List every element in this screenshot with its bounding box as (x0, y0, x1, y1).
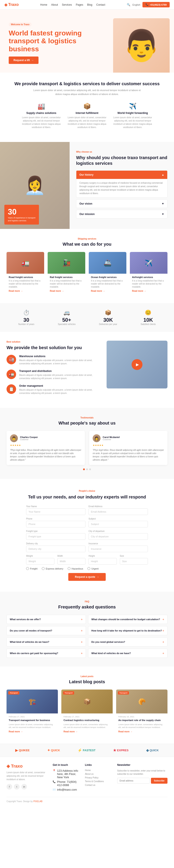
air-freight-read-more[interactable]: Read more → (132, 290, 165, 292)
blog-read-more-1[interactable]: Read more → (63, 731, 111, 733)
rail-freight-title: Rail freight services (50, 276, 83, 278)
nav-home[interactable]: Home (40, 3, 47, 6)
footer-bottom: Copyright Traxo. Design by PIXELAB (6, 797, 168, 803)
footer-email: ✉️ info@traxo.com (53, 788, 81, 791)
accordion-history-header[interactable]: Our history ▲ (76, 170, 167, 179)
email-input[interactable] (89, 508, 148, 515)
height-input[interactable] (89, 558, 117, 564)
radio-urgent[interactable]: Urgent (87, 567, 98, 570)
dot-1[interactable] (86, 468, 88, 470)
road-freight-image: 🚛 (6, 252, 44, 274)
blog-cat-2: Transport (118, 691, 129, 694)
phone-label: Phone (26, 518, 85, 520)
weight-input[interactable] (26, 558, 54, 564)
warehouse-icon: 🏭 (6, 355, 16, 364)
blog-read-more-2[interactable]: Read more → (118, 731, 165, 733)
play-button[interactable] (132, 359, 142, 370)
footer-link-home[interactable]: Home (85, 769, 113, 772)
subject-input[interactable] (89, 521, 148, 527)
your-name-input[interactable] (26, 508, 85, 515)
footer-copyright: Copyright Traxo. Design by PIXELAB (6, 800, 42, 803)
form-row-3: Freight type City of departure (26, 530, 148, 540)
blog-card-2: Transport 🥐 February 16, 2021 An importa… (116, 689, 168, 735)
services-intro-section: We provide transport & logistics service… (0, 72, 174, 142)
navbar-logo[interactable]: ◈ Traxo (4, 2, 19, 7)
blog-date-1: February 17, 2021 (63, 716, 111, 718)
accordion-vision-header[interactable]: Our vision ▼ (76, 199, 167, 208)
hero-title: World fastest growing transport & logist… (9, 29, 82, 53)
faq-item-6[interactable]: When do carriers get paid for sponsoring… (6, 649, 86, 658)
blog-read-more-0[interactable]: Read more → (9, 731, 56, 733)
faq-expand-icon-1: + (163, 618, 164, 621)
testimonials-grid: 👨 Charles Cooper Customer ★★★★★ "Phys le… (6, 431, 168, 465)
faq-item-3[interactable]: How long will it take for my shipment to… (88, 626, 168, 635)
dot-0[interactable] (83, 468, 85, 470)
blog-post-title-0: Transport management for business (9, 719, 56, 722)
twitter-icon[interactable]: t (14, 784, 20, 789)
subject-group: Subject (89, 518, 148, 527)
blog-post-title-1: Contract logistics restructuring (63, 719, 111, 722)
footer-design-by[interactable]: PIXELAB (33, 800, 42, 803)
newsletter-subscribe-button[interactable]: Subscribe (151, 778, 168, 784)
footer-contact-heading: Get in touch (53, 764, 81, 767)
size-input[interactable] (120, 558, 148, 564)
footer-links-list: Home About us Privacy Policy Terms & Con… (85, 769, 113, 786)
footer-link-contact[interactable]: Contact us (85, 784, 113, 786)
city-departure-input[interactable] (89, 533, 148, 540)
submit-button[interactable]: Request a quote → (68, 573, 106, 581)
nav-pages[interactable]: Pages (76, 3, 83, 6)
order-icon: 📋 (6, 384, 16, 394)
brand-quikee: ▶ QUIKEE (15, 748, 30, 752)
newsletter-input[interactable] (117, 778, 150, 784)
instagram-icon[interactable]: in (21, 784, 27, 789)
faq-item-4[interactable]: What kind of vehicles do we have? + (6, 638, 86, 647)
faq-item-0[interactable]: What services do we offer? + (6, 615, 86, 624)
radio-hazardous[interactable]: Hazardous (68, 567, 83, 570)
nav-services[interactable]: Services (62, 3, 72, 6)
facebook-icon[interactable]: f (6, 784, 12, 789)
dot-2[interactable] (89, 468, 91, 470)
faq-item-1[interactable]: What changes should be considered for bu… (88, 615, 168, 624)
accordion-history[interactable]: Our history ▲ Company surgery is a uniqu… (76, 170, 168, 197)
warehouse-title: Warehouse solutions (19, 355, 100, 358)
footer-link-terms[interactable]: Terms & Conditions (85, 780, 113, 782)
hero-cta-button[interactable]: Request a lift → (9, 57, 38, 64)
blog-post-text-0: Lorem ipsum dolor sit amet, consectetur … (9, 723, 56, 729)
search-icon[interactable]: 🔍 (127, 3, 130, 6)
accordion-mission[interactable]: Our mission ▼ (76, 210, 168, 218)
ocean-freight-read-more[interactable]: Read more → (91, 290, 124, 292)
delivery-city-input[interactable] (26, 546, 85, 552)
weight-group: Weight (26, 555, 54, 564)
rail-freight-read-more[interactable]: Read more → (50, 290, 83, 292)
faq-item-2[interactable]: Do you cover all modes of transport? + (6, 626, 86, 635)
nav-about[interactable]: About (51, 3, 58, 6)
faq-item-5[interactable]: Do you need global services? + (88, 638, 168, 647)
footer-link-about[interactable]: About us (85, 773, 113, 775)
language-selector[interactable]: English (133, 3, 140, 6)
radio-express[interactable]: Express delivery (42, 567, 63, 570)
footer-address: 📍 123 Address info here, 4th Floor, New … (53, 769, 81, 779)
road-freight-read-more[interactable]: Read more → (9, 290, 42, 292)
blog-tag: Latest posts (6, 675, 168, 678)
accordion-mission-header[interactable]: Our mission ▼ (76, 210, 167, 218)
nav-contact[interactable]: Contact (96, 3, 105, 6)
fulfillment-icon: 📦 (67, 103, 107, 110)
phone-input[interactable] (26, 521, 85, 527)
blog-cat-1: Transport (63, 691, 74, 694)
phone-cta-button[interactable]: 📞 +01(4623) 6789 (142, 2, 170, 7)
insurance-input[interactable] (89, 546, 148, 552)
radio-freight[interactable]: Freight (26, 567, 37, 570)
width-input[interactable] (57, 558, 86, 564)
footer-link-privacy[interactable]: Privacy Policy (85, 776, 113, 779)
nav-blog[interactable]: Blog (87, 3, 92, 6)
freight-type-input[interactable] (26, 533, 85, 540)
hero-left: Welcome to Traxo World fastest growing t… (9, 22, 82, 72)
accordion-vision[interactable]: Our vision ▼ (76, 199, 168, 208)
hero-tag: Welcome to Traxo (9, 22, 32, 27)
shipping-tag: Shipping services (6, 238, 168, 240)
navbar: ◈ Traxo Home About Services Pages Blog C… (0, 0, 174, 9)
footer-logo: ◈ Traxo (6, 764, 48, 769)
faq-item-7[interactable]: What kind of vehicles do we have? + (88, 649, 168, 658)
solution-video-thumbnail[interactable] (107, 341, 168, 389)
blog-date-0: February 17, 2021 (9, 716, 56, 718)
